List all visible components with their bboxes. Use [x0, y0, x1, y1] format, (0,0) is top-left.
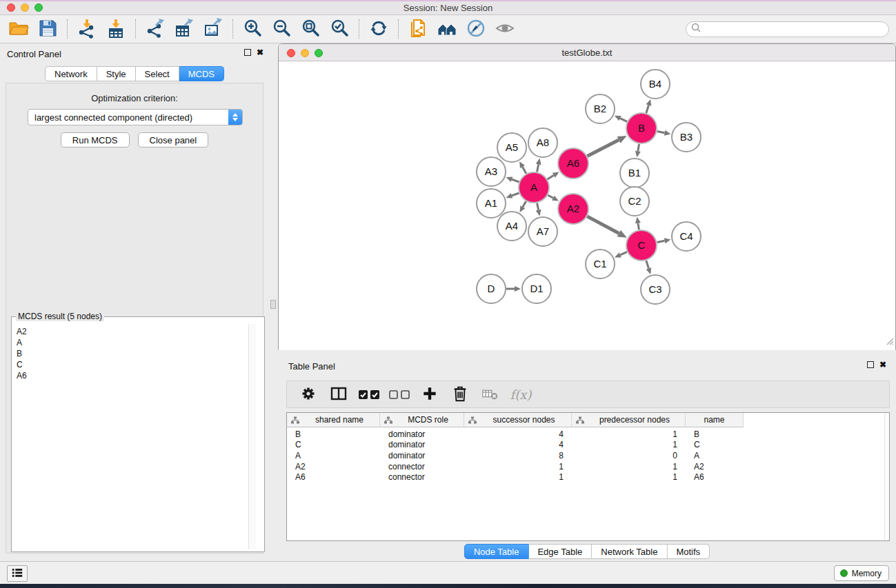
save-session-button[interactable]	[33, 17, 62, 41]
delete-table-button[interactable]	[479, 383, 502, 405]
graph-node-A7[interactable]: A7	[528, 217, 557, 246]
graph-node-B[interactable]: B	[626, 113, 657, 143]
graph-node-B2[interactable]: B2	[586, 94, 615, 123]
graph-node-A8[interactable]: A8	[528, 128, 557, 157]
graph-node-B4[interactable]: B4	[641, 70, 670, 99]
zoom-selected-button[interactable]	[325, 17, 354, 41]
criterion-select[interactable]: largest connected component (directed)	[28, 109, 243, 125]
export-image-button[interactable]	[199, 17, 228, 41]
graph-node-C4[interactable]: C4	[672, 222, 701, 251]
table-row[interactable]: Adominator80A	[287, 450, 889, 461]
graph-edge-A-A3[interactable]	[506, 176, 519, 182]
graph-node-C1[interactable]: C1	[586, 250, 615, 278]
graphics-details-button[interactable]	[461, 17, 490, 41]
splitter-grip-icon[interactable]	[270, 300, 276, 309]
zoom-fit-button[interactable]	[296, 17, 325, 41]
task-history-button[interactable]	[7, 565, 28, 582]
graph-node-D1[interactable]: D1	[522, 274, 551, 303]
home-button[interactable]	[432, 17, 461, 41]
graph-edge-B-B4[interactable]	[646, 99, 652, 113]
export-network-button[interactable]	[141, 17, 170, 41]
network-window-titlebar[interactable]: testGlobe.txt	[279, 44, 895, 61]
graph-edge-D-D1[interactable]	[506, 286, 521, 292]
graph-edge-A-A2[interactable]	[548, 195, 559, 201]
mcds-result-list[interactable]: A2ABCA6	[14, 326, 249, 549]
zoom-in-button[interactable]	[238, 17, 267, 41]
column-header-shared-name[interactable]: shared name	[287, 413, 380, 427]
graph-edge-C-C2[interactable]	[635, 217, 641, 230]
duplicate-network-button[interactable]	[404, 17, 432, 41]
zoom-out-button[interactable]	[267, 17, 296, 41]
graph-edge-A-A5[interactable]	[519, 161, 526, 174]
show-column-button[interactable]	[327, 383, 350, 405]
graph-edge-B-B2[interactable]	[615, 116, 627, 122]
tab-mcds[interactable]: MCDS	[179, 66, 224, 81]
tab-motifs[interactable]: Motifs	[667, 544, 710, 559]
graph-node-A4[interactable]: A4	[497, 212, 526, 241]
memory-button[interactable]: Memory	[834, 565, 889, 581]
table-row[interactable]: A6connector11A6	[287, 472, 889, 483]
graph-edge-A-A4[interactable]	[519, 201, 526, 212]
column-header-MCDS-role[interactable]: MCDS role	[380, 413, 464, 427]
graph-node-A[interactable]: A	[519, 172, 549, 203]
tab-node-table[interactable]: Node Table	[464, 544, 529, 559]
graph-edge-A-A8[interactable]	[536, 159, 541, 172]
close-panel-button[interactable]: Close panel	[138, 132, 209, 148]
import-table-button[interactable]	[101, 17, 130, 41]
deselect-all-button[interactable]	[388, 383, 411, 405]
tab-edge-table[interactable]: Edge Table	[528, 544, 592, 559]
close-table-panel-icon[interactable]: ✖	[879, 361, 886, 368]
tab-network[interactable]: Network	[45, 66, 97, 81]
select-all-button[interactable]	[357, 383, 381, 405]
resize-grip-icon[interactable]	[884, 336, 894, 348]
table-row[interactable]: Cdominator41C	[287, 440, 889, 451]
graph-edge-B-B1[interactable]	[635, 144, 641, 158]
graph-edge-C-C4[interactable]	[657, 238, 671, 243]
tab-style[interactable]: Style	[97, 66, 136, 81]
float-table-panel-icon[interactable]	[867, 361, 874, 368]
panel-splitter[interactable]	[269, 43, 278, 561]
bird-eye-view-button[interactable]	[490, 17, 519, 41]
graph-node-A2[interactable]: A2	[558, 194, 588, 224]
graph-edge-A-A7[interactable]	[536, 203, 541, 216]
graph-node-A3[interactable]: A3	[477, 157, 506, 186]
column-header-predecessor-nodes[interactable]: predecessor nodes	[572, 413, 686, 427]
graph-edge-A6-B[interactable]	[587, 136, 626, 156]
function-builder-button[interactable]: f(x)	[509, 383, 532, 405]
table-row[interactable]: Bdominator41B	[287, 429, 889, 440]
run-mcds-button[interactable]: Run MCDS	[61, 132, 130, 148]
add-column-button[interactable]	[418, 383, 441, 405]
import-network-button[interactable]	[72, 17, 101, 41]
table-row[interactable]: A2connector11A2	[287, 461, 889, 472]
table-settings-button[interactable]	[297, 383, 320, 405]
column-header-name[interactable]: name	[686, 413, 744, 427]
graph-node-A1[interactable]: A1	[477, 189, 506, 218]
open-session-button[interactable]	[4, 17, 33, 41]
graph-node-C[interactable]: C	[626, 230, 657, 261]
export-table-button[interactable]	[170, 17, 199, 41]
tab-network-table[interactable]: Network Table	[592, 544, 667, 559]
table-scrollbar[interactable]	[884, 413, 889, 540]
graph-edge-B-B3[interactable]	[657, 130, 671, 136]
graph-node-B3[interactable]: B3	[672, 123, 701, 152]
graph-edge-A-A6[interactable]	[548, 172, 559, 179]
delete-column-button[interactable]	[448, 383, 472, 405]
network-canvas[interactable]: AA1A3A5A8A4A7A6A2BB2B4B3B1CC2C4C1C3DD1	[279, 62, 895, 350]
graph-node-A6[interactable]: A6	[558, 148, 588, 179]
tab-select[interactable]: Select	[136, 66, 179, 81]
float-panel-icon[interactable]	[244, 49, 251, 56]
close-panel-icon[interactable]: ✖	[257, 49, 263, 56]
search-input[interactable]	[704, 23, 888, 35]
column-header-successor-nodes[interactable]: successor nodes	[464, 413, 572, 427]
result-scrollbar[interactable]	[248, 324, 256, 549]
graph-node-D[interactable]: D	[477, 274, 506, 303]
graph-edge-A2-C[interactable]	[587, 216, 627, 238]
graph-edge-C-C3[interactable]	[646, 261, 652, 274]
graph-node-B1[interactable]: B1	[620, 159, 649, 187]
graph-node-A5[interactable]: A5	[497, 133, 526, 162]
apply-layout-button[interactable]	[364, 17, 393, 41]
graph-node-C3[interactable]: C3	[641, 275, 670, 304]
graph-edge-C-C1[interactable]	[615, 252, 627, 257]
graph-node-C2[interactable]: C2	[620, 187, 649, 216]
graph-edge-A-A1[interactable]	[506, 193, 519, 199]
